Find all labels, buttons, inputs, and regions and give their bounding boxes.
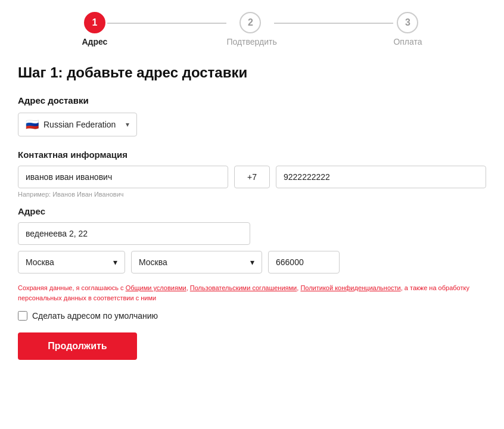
- delivery-section-label: Адрес доставки: [18, 95, 486, 105]
- default-address-row: Сделать адресом по умолчанию: [18, 311, 486, 321]
- name-input[interactable]: [18, 166, 228, 188]
- step-3-label: Оплата: [393, 37, 422, 46]
- step-1: 1 Адрес: [82, 12, 107, 46]
- default-address-checkbox[interactable]: [18, 311, 27, 321]
- address-section-label: Адрес: [18, 206, 486, 216]
- street-input[interactable]: [18, 222, 250, 245]
- step-2-circle: 2: [239, 12, 261, 33]
- city-row: Москва ▾ Москва ▾: [18, 251, 486, 273]
- privacy-link[interactable]: Политикой конфиденциальности: [300, 284, 400, 291]
- region-select[interactable]: Москва ▾: [131, 251, 262, 273]
- contact-row: +7: [18, 166, 486, 188]
- step-3: 3 Оплата: [393, 12, 422, 46]
- city-select[interactable]: Москва ▾: [18, 251, 125, 273]
- country-select[interactable]: 🇷🇺 Russian Federation ▾: [18, 113, 137, 136]
- continue-button[interactable]: Продолжить: [18, 332, 137, 360]
- step-3-circle: 3: [397, 12, 418, 33]
- legal-text: Сохраняя данные, я соглашаюсь с Общими у…: [18, 283, 471, 303]
- phone-input[interactable]: [276, 166, 486, 188]
- page-title: Шаг 1: добавьте адрес доставки: [18, 64, 486, 81]
- stepper: 1 Адрес 2 Подтвердить 3 Оплата: [18, 12, 486, 46]
- step-2-label: Подтвердить: [226, 37, 274, 46]
- city-chevron-icon: ▾: [113, 257, 117, 267]
- country-name: Russian Federation: [43, 120, 121, 129]
- step-1-label: Адрес: [82, 37, 107, 46]
- zip-input[interactable]: [268, 251, 340, 273]
- terms-link[interactable]: Общими условиями: [126, 284, 186, 291]
- step-1-circle: 1: [84, 12, 105, 33]
- step-line-2: [274, 23, 393, 24]
- country-flag: 🇷🇺: [26, 118, 39, 131]
- region-chevron-icon: ▾: [250, 257, 254, 267]
- phone-prefix: +7: [234, 166, 270, 188]
- contact-section-label: Контактная информация: [18, 150, 486, 160]
- user-agreement-link[interactable]: Пользовательскими соглашениями: [190, 284, 297, 291]
- legal-text-before: Сохраняя данные, я соглашаюсь с: [18, 284, 126, 291]
- name-hint: Например: Иванов Иван Иванович: [18, 191, 486, 198]
- region-value: Москва: [139, 257, 167, 267]
- default-address-label: Сделать адресом по умолчанию: [32, 311, 158, 321]
- step-2: 2 Подтвердить: [226, 12, 274, 46]
- city-value: Москва: [26, 257, 54, 267]
- chevron-down-icon: ▾: [126, 120, 129, 129]
- step-line-1: [107, 23, 226, 24]
